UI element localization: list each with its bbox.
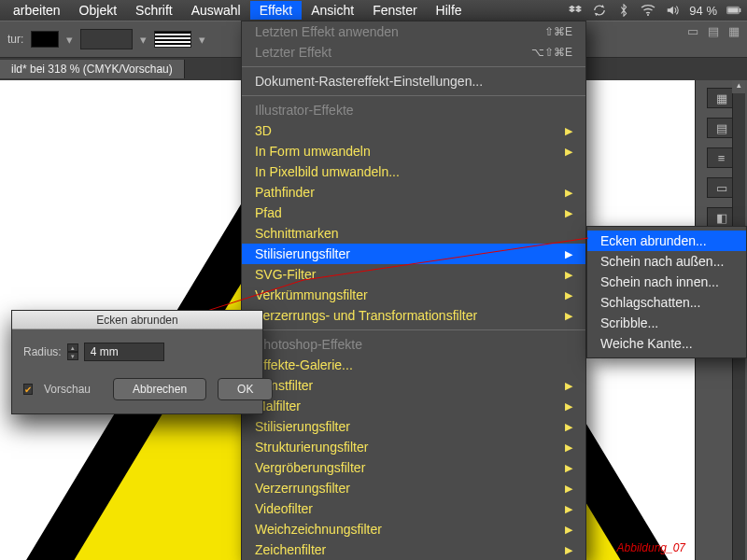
doc-setup-icon[interactable]: ▭ (687, 24, 698, 38)
volume-icon (665, 3, 680, 18)
svg-point-0 (647, 14, 649, 16)
stroke-weight-field[interactable] (80, 29, 133, 49)
menuitem-crop-marks[interactable]: Schnittmarken (242, 223, 585, 244)
prefs-icon[interactable]: ▤ (708, 24, 719, 38)
menu-effekt[interactable]: Effekt (250, 1, 303, 20)
menu-separator (242, 95, 585, 96)
dialog-title: Ecken abrunden (12, 311, 262, 329)
wifi-icon (641, 3, 655, 18)
menuitem-artistic[interactable]: Kunstfilter▶ (242, 375, 585, 396)
menu-header-photoshop: Photoshop-Effekte (242, 334, 585, 355)
submenu-scribble[interactable]: Scribble... (587, 313, 746, 333)
menuitem-ps-stylize[interactable]: Stilisierungsfilter▶ (242, 416, 585, 437)
menuitem-sketch[interactable]: Zeichenfilter▶ (242, 539, 585, 560)
menuitem-3d[interactable]: 3D▶ (242, 120, 585, 141)
menuitem-rasterize[interactable]: In Pixelbild umwandeln... (242, 161, 585, 182)
menuitem-brush-strokes[interactable]: Malfilter▶ (242, 396, 585, 416)
menuitem-convert-to-shape[interactable]: In Form umwandeln▶ (242, 141, 585, 161)
menubar: arbeiten Objekt Schrift Auswahl Effekt A… (0, 0, 747, 21)
submenu-feather[interactable]: Weiche Kante... (587, 333, 746, 354)
submenu-round-corners[interactable]: Ecken abrunden... (587, 231, 746, 251)
menuitem-pixelate[interactable]: Vergröberungsfilter▶ (242, 457, 585, 478)
bluetooth-icon (616, 3, 631, 18)
svg-rect-3 (740, 8, 740, 12)
menu-fenster[interactable]: Fenster (363, 1, 426, 20)
menu-header-illustrator: Illustrator-Effekte (242, 100, 585, 120)
menu-auswahl[interactable]: Auswahl (182, 1, 250, 20)
effekt-menu: Letzten Effekt anwenden⇧⌘E Letzter Effek… (241, 21, 586, 560)
menu-separator (242, 329, 585, 330)
menu-hilfe[interactable]: Hilfe (427, 1, 472, 20)
sync-icon (592, 3, 607, 18)
figure-caption: Abbildung_07 (617, 541, 685, 554)
preview-label: Vorschau (44, 383, 91, 396)
menu-schrift[interactable]: Schrift (126, 1, 182, 20)
cancel-button[interactable]: Abbrechen (113, 378, 206, 400)
mac-status-bar: 94 % (568, 0, 741, 21)
stroke-swatch[interactable] (31, 31, 59, 48)
contour-label: tur: (7, 33, 23, 46)
ok-button[interactable]: OK (218, 378, 273, 400)
menuitem-last-effect-apply: Letzten Effekt anwenden⇧⌘E (242, 21, 585, 42)
scroll-up-icon[interactable]: ▴ (732, 80, 745, 93)
submenu-inner-glow[interactable]: Schein nach innen... (587, 272, 746, 292)
menu-objekt[interactable]: Objekt (70, 1, 126, 20)
submenu-drop-shadow[interactable]: Schlagschatten... (587, 292, 746, 313)
radius-label: Radius: (23, 345, 62, 358)
stylize-submenu: Ecken abrunden... Schein nach außen... S… (586, 226, 747, 358)
menuitem-doc-raster-settings[interactable]: Dokument-Rastereffekt-Einstellungen... (242, 71, 585, 91)
menu-separator (242, 66, 585, 67)
menuitem-svg-filter[interactable]: SVG-Filter▶ (242, 264, 585, 285)
menu-ansicht[interactable]: Ansicht (302, 1, 363, 20)
stroke-profile[interactable] (154, 31, 191, 48)
battery-pct: 94 % (689, 4, 717, 18)
svg-rect-2 (727, 7, 738, 12)
battery-icon (726, 3, 741, 18)
document-tab[interactable]: ild* bei 318 % (CMYK/Vorschau) (0, 60, 185, 78)
menuitem-pathfinder[interactable]: Pathfinder▶ (242, 182, 585, 203)
menuitem-blur[interactable]: Weichzeichnungsfilter▶ (242, 519, 585, 539)
radius-stepper[interactable]: ▴▾ (67, 343, 78, 360)
dropbox-icon (568, 3, 583, 18)
menuitem-video[interactable]: Videofilter▶ (242, 498, 585, 519)
menuitem-distort-transform[interactable]: Verzerrungs- und Transformationsfilter▶ (242, 305, 585, 326)
menuitem-texture[interactable]: Strukturierungsfilter▶ (242, 437, 585, 457)
menuitem-stylize[interactable]: Stilisierungsfilter▶ (242, 244, 585, 264)
menuitem-path[interactable]: Pfad▶ (242, 203, 585, 223)
round-corners-dialog: Ecken abrunden Radius: ▴▾ ✔ Vorschau Abb… (11, 310, 263, 414)
arrange-icon[interactable]: ▦ (728, 24, 740, 38)
submenu-outer-glow[interactable]: Schein nach außen... (587, 251, 746, 272)
stepper-up-icon[interactable]: ▴ (67, 343, 78, 352)
preview-checkbox[interactable]: ✔ (23, 384, 33, 395)
menuitem-last-effect: Letzter Effekt⌥⇧⌘E (242, 42, 585, 63)
stepper-down-icon[interactable]: ▾ (67, 352, 78, 360)
menuitem-warp[interactable]: Verkrümmungsfilter▶ (242, 285, 585, 305)
menuitem-effect-gallery[interactable]: Effekte-Galerie... (242, 355, 585, 375)
menu-bearbeiten[interactable]: arbeiten (4, 1, 70, 20)
radius-input[interactable] (84, 343, 164, 361)
menuitem-distort[interactable]: Verzerrungsfilter▶ (242, 478, 585, 498)
